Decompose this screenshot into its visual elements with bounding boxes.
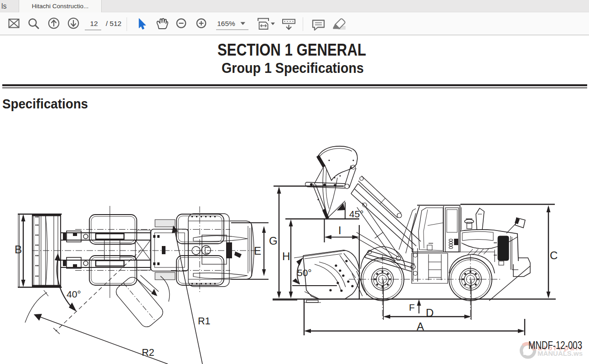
svg-text:MNDF-12-003: MNDF-12-003 <box>528 339 582 351</box>
svg-text:H: H <box>282 250 290 262</box>
svg-text:165%: 165% <box>217 20 235 27</box>
svg-text:G: G <box>269 235 278 247</box>
svg-text:45°: 45° <box>349 209 364 219</box>
svg-text:I: I <box>338 224 341 236</box>
svg-text:40°: 40° <box>67 289 81 299</box>
svg-text:R1: R1 <box>198 316 210 327</box>
svg-text:F: F <box>409 302 415 313</box>
svg-text:12: 12 <box>90 20 98 27</box>
svg-text:D: D <box>426 307 434 319</box>
svg-text:ls: ls <box>1 2 7 10</box>
svg-text:/ 512: / 512 <box>106 20 121 27</box>
svg-text:50°: 50° <box>297 267 312 278</box>
svg-text:E: E <box>254 245 261 257</box>
svg-text:Specifications: Specifications <box>2 97 88 111</box>
svg-text:SECTION 1 GENERAL: SECTION 1 GENERAL <box>217 41 366 59</box>
svg-text:A: A <box>417 320 424 333</box>
svg-text:B: B <box>15 243 22 256</box>
svg-text:C: C <box>550 249 558 261</box>
svg-text:Group 1 Specifications: Group 1 Specifications <box>222 60 364 76</box>
svg-text:R2: R2 <box>142 347 154 358</box>
svg-text:Hitachi Constructio...: Hitachi Constructio... <box>32 3 89 10</box>
